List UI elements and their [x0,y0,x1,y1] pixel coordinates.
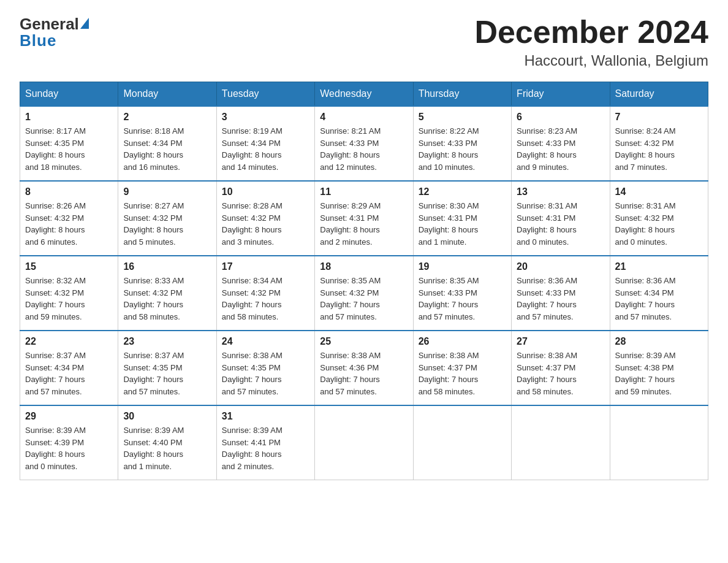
day-info: Sunrise: 8:39 AM Sunset: 4:38 PM Dayligh… [615,350,703,397]
header-friday: Friday [512,82,610,107]
day-info: Sunrise: 8:38 AM Sunset: 4:37 PM Dayligh… [419,350,506,397]
table-row [315,405,413,480]
table-row [413,405,511,480]
day-number: 7 [615,112,703,123]
header-tuesday: Tuesday [216,82,314,107]
day-number: 2 [123,112,211,123]
day-info: Sunrise: 8:19 AM Sunset: 4:34 PM Dayligh… [222,125,309,173]
table-row: 27 Sunrise: 8:38 AM Sunset: 4:37 PM Dayl… [512,331,610,405]
table-row: 23 Sunrise: 8:37 AM Sunset: 4:35 PM Dayl… [118,331,216,405]
day-number: 19 [419,261,506,272]
table-row: 5 Sunrise: 8:22 AM Sunset: 4:33 PM Dayli… [413,106,511,181]
calendar-week-row: 15 Sunrise: 8:32 AM Sunset: 4:32 PM Dayl… [20,256,708,331]
table-row: 6 Sunrise: 8:23 AM Sunset: 4:33 PM Dayli… [512,106,610,181]
day-info: Sunrise: 8:27 AM Sunset: 4:32 PM Dayligh… [123,200,211,248]
day-number: 15 [25,261,113,272]
table-row: 9 Sunrise: 8:27 AM Sunset: 4:32 PM Dayli… [118,181,216,256]
table-row: 22 Sunrise: 8:37 AM Sunset: 4:34 PM Dayl… [20,331,118,405]
day-number: 28 [615,336,703,347]
day-number: 12 [419,186,506,197]
day-number: 30 [123,411,211,422]
day-number: 21 [615,261,703,272]
day-number: 14 [615,186,703,197]
table-row: 16 Sunrise: 8:33 AM Sunset: 4:32 PM Dayl… [118,256,216,331]
day-info: Sunrise: 8:18 AM Sunset: 4:34 PM Dayligh… [123,125,211,173]
day-info: Sunrise: 8:32 AM Sunset: 4:32 PM Dayligh… [25,275,113,323]
day-number: 8 [25,186,113,197]
day-number: 31 [222,411,309,422]
table-row: 14 Sunrise: 8:31 AM Sunset: 4:32 PM Dayl… [610,181,708,256]
table-row: 30 Sunrise: 8:39 AM Sunset: 4:40 PM Dayl… [118,405,216,480]
day-number: 20 [517,261,604,272]
table-row [512,405,610,480]
table-row: 2 Sunrise: 8:18 AM Sunset: 4:34 PM Dayli… [118,106,216,181]
day-number: 23 [123,336,211,347]
day-info: Sunrise: 8:22 AM Sunset: 4:33 PM Dayligh… [419,125,506,173]
day-info: Sunrise: 8:38 AM Sunset: 4:35 PM Dayligh… [222,350,309,397]
day-number: 25 [320,336,408,347]
day-number: 29 [25,411,113,422]
header-wednesday: Wednesday [315,82,413,107]
day-info: Sunrise: 8:38 AM Sunset: 4:37 PM Dayligh… [517,350,604,397]
calendar-week-row: 29 Sunrise: 8:39 AM Sunset: 4:39 PM Dayl… [20,405,708,480]
day-number: 9 [123,186,211,197]
day-number: 17 [222,261,309,272]
day-number: 10 [222,186,309,197]
table-row [610,405,708,480]
calendar-header-row: Sunday Monday Tuesday Wednesday Thursday… [20,82,708,107]
table-row: 13 Sunrise: 8:31 AM Sunset: 4:31 PM Dayl… [512,181,610,256]
day-number: 22 [25,336,113,347]
day-info: Sunrise: 8:35 AM Sunset: 4:32 PM Dayligh… [320,275,408,323]
header-saturday: Saturday [610,82,708,107]
day-info: Sunrise: 8:38 AM Sunset: 4:36 PM Dayligh… [320,350,408,397]
day-info: Sunrise: 8:30 AM Sunset: 4:31 PM Dayligh… [419,200,506,248]
header-monday: Monday [118,82,216,107]
day-info: Sunrise: 8:33 AM Sunset: 4:32 PM Dayligh… [123,275,211,323]
day-number: 27 [517,336,604,347]
table-row: 20 Sunrise: 8:36 AM Sunset: 4:33 PM Dayl… [512,256,610,331]
table-row: 8 Sunrise: 8:26 AM Sunset: 4:32 PM Dayli… [20,181,118,256]
day-number: 6 [517,112,604,123]
calendar-week-row: 8 Sunrise: 8:26 AM Sunset: 4:32 PM Dayli… [20,181,708,256]
table-row: 28 Sunrise: 8:39 AM Sunset: 4:38 PM Dayl… [610,331,708,405]
day-info: Sunrise: 8:34 AM Sunset: 4:32 PM Dayligh… [222,275,309,323]
table-row: 26 Sunrise: 8:38 AM Sunset: 4:37 PM Dayl… [413,331,511,405]
location-subtitle: Haccourt, Wallonia, Belgium [474,52,708,69]
day-info: Sunrise: 8:39 AM Sunset: 4:41 PM Dayligh… [222,424,309,472]
day-info: Sunrise: 8:37 AM Sunset: 4:34 PM Dayligh… [25,350,113,397]
day-number: 3 [222,112,309,123]
day-info: Sunrise: 8:17 AM Sunset: 4:35 PM Dayligh… [25,125,113,173]
day-info: Sunrise: 8:23 AM Sunset: 4:33 PM Dayligh… [517,125,604,173]
title-section: December 2024 Haccourt, Wallonia, Belgiu… [474,15,708,69]
day-number: 16 [123,261,211,272]
day-info: Sunrise: 8:35 AM Sunset: 4:33 PM Dayligh… [419,275,506,323]
table-row: 1 Sunrise: 8:17 AM Sunset: 4:35 PM Dayli… [20,106,118,181]
header-sunday: Sunday [20,82,118,107]
table-row: 15 Sunrise: 8:32 AM Sunset: 4:32 PM Dayl… [20,256,118,331]
table-row: 10 Sunrise: 8:28 AM Sunset: 4:32 PM Dayl… [216,181,314,256]
day-number: 24 [222,336,309,347]
table-row: 21 Sunrise: 8:36 AM Sunset: 4:34 PM Dayl… [610,256,708,331]
day-info: Sunrise: 8:31 AM Sunset: 4:32 PM Dayligh… [615,200,703,248]
table-row: 29 Sunrise: 8:39 AM Sunset: 4:39 PM Dayl… [20,405,118,480]
calendar-week-row: 22 Sunrise: 8:37 AM Sunset: 4:34 PM Dayl… [20,331,708,405]
day-info: Sunrise: 8:36 AM Sunset: 4:33 PM Dayligh… [517,275,604,323]
day-number: 1 [25,112,113,123]
calendar-table: Sunday Monday Tuesday Wednesday Thursday… [20,82,708,480]
day-number: 4 [320,112,408,123]
logo-triangle-icon [80,18,89,29]
table-row: 24 Sunrise: 8:38 AM Sunset: 4:35 PM Dayl… [216,331,314,405]
table-row: 18 Sunrise: 8:35 AM Sunset: 4:32 PM Dayl… [315,256,413,331]
day-number: 18 [320,261,408,272]
day-number: 5 [419,112,506,123]
day-info: Sunrise: 8:39 AM Sunset: 4:39 PM Dayligh… [25,424,113,472]
day-info: Sunrise: 8:31 AM Sunset: 4:31 PM Dayligh… [517,200,604,248]
day-info: Sunrise: 8:36 AM Sunset: 4:34 PM Dayligh… [615,275,703,323]
table-row: 12 Sunrise: 8:30 AM Sunset: 4:31 PM Dayl… [413,181,511,256]
calendar-week-row: 1 Sunrise: 8:17 AM Sunset: 4:35 PM Dayli… [20,106,708,181]
day-info: Sunrise: 8:28 AM Sunset: 4:32 PM Dayligh… [222,200,309,248]
day-number: 13 [517,186,604,197]
page-header: General Blue December 2024 Haccourt, Wal… [20,15,708,69]
table-row: 7 Sunrise: 8:24 AM Sunset: 4:32 PM Dayli… [610,106,708,181]
day-info: Sunrise: 8:39 AM Sunset: 4:40 PM Dayligh… [123,424,211,472]
